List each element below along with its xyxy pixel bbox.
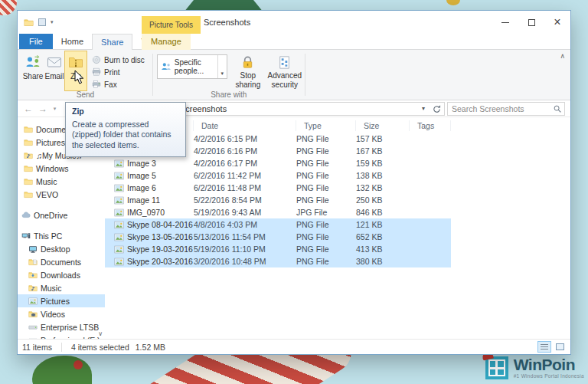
file-name: Skype 19-03-2016: [127, 245, 193, 254]
address-dropdown-icon[interactable]: [418, 103, 429, 115]
file-row[interactable]: Image 5 6/2/2016 11:42 PM PNG File 138 K…: [105, 169, 451, 182]
ribbon-collapse-chevron-icon[interactable]: ∧: [560, 52, 565, 60]
minimize-button[interactable]: [492, 11, 518, 34]
fax-button[interactable]: Fax: [90, 79, 147, 90]
tooltip-body: Create a compressed (zipped) folder that…: [72, 120, 179, 151]
search-box[interactable]: [447, 102, 565, 116]
file-row[interactable]: Image 11 5/22/2016 8:54 PM PNG File 250 …: [105, 194, 451, 206]
tab-manage[interactable]: Manage: [142, 34, 191, 50]
close-button[interactable]: [544, 11, 570, 34]
qat-customize-chevron-icon[interactable]: ▾: [51, 19, 54, 25]
specific-people-gallery[interactable]: Specific people...: [157, 54, 227, 79]
ribbon-separator: [152, 54, 153, 96]
column-header-date[interactable]: Date: [194, 120, 296, 131]
sidebar-item[interactable]: This PC: [18, 229, 105, 242]
file-row[interactable]: Skype 13-05-2016 5/13/2016 11:54 PM PNG …: [105, 231, 451, 243]
sidebar-item[interactable]: Videos: [18, 307, 105, 320]
tooltip-title: Zip: [72, 107, 179, 117]
sidebar-item[interactable]: Professional (E:): [18, 333, 105, 339]
sidebar-item-icon: [24, 138, 33, 147]
file-date: 6/2/2016 11:48 PM: [194, 183, 296, 192]
ornament-decoration: [446, 0, 460, 5]
sidebar-item-icon: [24, 177, 33, 186]
sidebar-item[interactable]: Enterprise LTSB: [18, 320, 105, 333]
ribbon-tab-row: File Home Share View Manage: [18, 34, 570, 50]
sidebar-item-label: Downloads: [41, 271, 80, 280]
file-type: PNG File: [296, 220, 356, 229]
file-date: 3/20/2016 10:48 PM: [194, 257, 296, 266]
search-input[interactable]: [452, 104, 553, 113]
fax-label: Fax: [104, 80, 117, 89]
file-type: JPG File: [296, 208, 356, 217]
sidebar-item-label: OneDrive: [34, 211, 67, 220]
search-icon: [553, 104, 562, 113]
sidebar-item-label: VEVO: [36, 190, 58, 199]
email-icon: [47, 54, 62, 70]
image-file-icon: [114, 195, 124, 205]
email-label: Email: [44, 72, 64, 80]
sidebar-item[interactable]: VEVO: [18, 188, 105, 201]
file-row[interactable]: Skype 19-03-2016 5/19/2016 11:10 PM PNG …: [105, 243, 451, 255]
advanced-security-label: Advanced security: [268, 71, 302, 89]
sidebar-item-icon: [28, 258, 38, 267]
quick-access-toolbar: ▾: [24, 11, 54, 34]
back-button[interactable]: [22, 103, 34, 114]
candy-decoration: [0, 0, 17, 15]
file-date: 5/13/2016 11:54 PM: [194, 232, 296, 241]
column-header-size[interactable]: Size: [356, 120, 410, 131]
breadcrumb-segment[interactable]: Screenshots: [180, 104, 227, 113]
sidebar-item[interactable]: Pictures: [18, 294, 105, 307]
advanced-security-button[interactable]: Advanced security: [269, 51, 301, 90]
sidebar-item[interactable]: Music: [18, 175, 105, 188]
share-button[interactable]: Share: [22, 51, 44, 90]
file-row[interactable]: Image 3 4/2/2016 6:17 PM PNG File 159 KB: [105, 157, 451, 169]
file-size: 132 KB: [356, 183, 410, 192]
sidebar-item[interactable]: Music: [18, 281, 105, 294]
thumbnails-view-button[interactable]: [553, 341, 567, 353]
sidebar-item[interactable]: Documents: [18, 255, 105, 268]
sidebar-item[interactable]: Downloads: [18, 268, 105, 281]
email-button[interactable]: Email: [44, 51, 65, 90]
send-group: Share Email Zip Burn to disc: [21, 51, 150, 100]
burn-to-disc-button[interactable]: Burn to disc: [90, 54, 147, 65]
selection-size: 1.52 MB: [136, 343, 165, 352]
sidebar-item-icon: [24, 151, 33, 160]
print-button[interactable]: Print: [90, 67, 147, 77]
properties-icon[interactable]: [38, 18, 46, 26]
gallery-dropdown-icon[interactable]: [217, 55, 227, 78]
stop-sharing-button[interactable]: Stop sharing: [232, 51, 264, 90]
file-row[interactable]: Skype 08-04-2016 4/8/2016 4:03 PM PNG Fi…: [105, 218, 451, 231]
file-row[interactable]: Image 6 6/2/2016 11:48 PM PNG File 132 K…: [105, 182, 451, 194]
sidebar-item[interactable]: Desktop: [18, 242, 105, 255]
file-date: 5/19/2016 9:43 AM: [194, 208, 296, 217]
tab-share[interactable]: Share: [92, 34, 132, 50]
sidebar-item[interactable]: Windows: [18, 162, 105, 175]
column-header-type[interactable]: Type: [296, 120, 356, 131]
image-file-icon: [114, 171, 124, 181]
watermark-tagline: #1 Windows Portal Indonesia: [514, 374, 584, 379]
tab-file[interactable]: File: [19, 34, 53, 49]
file-type: PNG File: [296, 159, 356, 168]
sidebar-item-label: Pictures: [36, 138, 65, 147]
sidebar-scroll-down-icon[interactable]: [98, 330, 103, 337]
share-with-group-label: Share with: [155, 90, 302, 99]
refresh-icon[interactable]: [432, 104, 442, 114]
sidebar-item[interactable]: OneDrive: [18, 208, 105, 222]
forward-button[interactable]: [37, 103, 49, 114]
print-label: Print: [104, 68, 120, 77]
column-header-tags[interactable]: Tags: [410, 120, 451, 131]
file-date: 4/2/2016 6:15 PM: [194, 134, 296, 143]
tab-home[interactable]: Home: [53, 34, 92, 49]
file-date: 5/19/2016 11:10 PM: [194, 245, 296, 254]
file-row[interactable]: IMG_0970 5/19/2016 9:43 AM JPG File 846 …: [105, 206, 451, 218]
explorer-window-icon[interactable]: [24, 18, 34, 28]
sidebar-item-label: Pictures: [41, 297, 70, 306]
maximize-button[interactable]: [518, 11, 544, 34]
details-view-icon: [541, 344, 548, 350]
file-date: 4/2/2016 6:17 PM: [194, 159, 296, 168]
recent-locations-chevron-icon[interactable]: [51, 106, 58, 112]
details-view-button[interactable]: [537, 341, 551, 353]
sidebar-item-icon: [24, 190, 33, 199]
file-row[interactable]: Skype 20-03-2016 3/20/2016 10:48 PM PNG …: [105, 255, 451, 267]
file-name: Image 11: [127, 195, 160, 205]
